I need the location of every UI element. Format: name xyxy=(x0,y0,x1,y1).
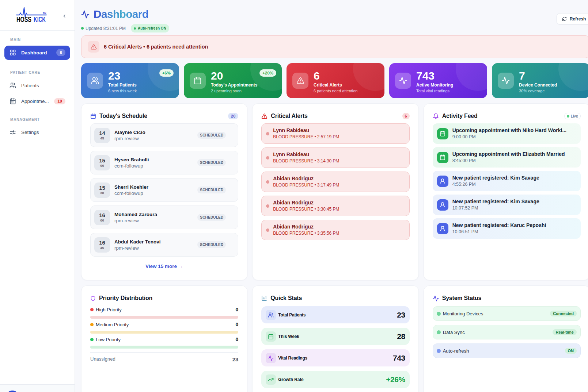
svg-text:HOSS: HOSS xyxy=(16,15,31,23)
svg-text:KICK: KICK xyxy=(34,15,46,23)
svg-text:TM: TM xyxy=(43,12,46,15)
